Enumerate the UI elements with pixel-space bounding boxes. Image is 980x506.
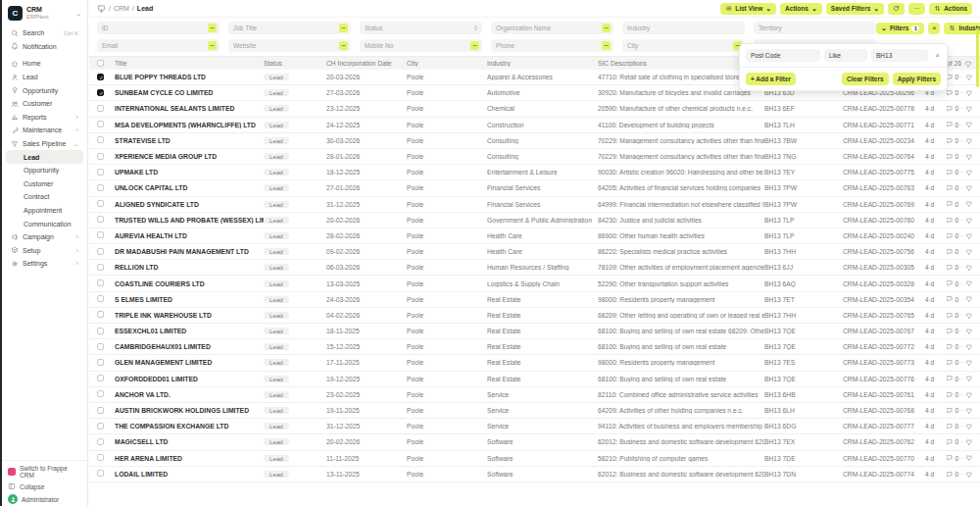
- row-checkbox[interactable]: [97, 200, 104, 207]
- heart-icon[interactable]: [965, 343, 973, 351]
- heart-icon[interactable]: [965, 312, 973, 320]
- row-checkbox[interactable]: [97, 231, 104, 238]
- lead-title[interactable]: THE COMPASSION EXCHANGE LTD: [115, 423, 264, 430]
- heart-icon[interactable]: [965, 200, 973, 208]
- sidebar-notification[interactable]: Notification: [6, 40, 83, 54]
- column-city[interactable]: City: [407, 60, 487, 67]
- lead-title[interactable]: ESSEXCHL01 LIMITED: [115, 328, 264, 334]
- filter-operator-select[interactable]: Like: [824, 49, 867, 62]
- table-row[interactable]: UNLOCK CAPITAL LTD Lead 27-01-2026 Poole…: [89, 180, 980, 196]
- table-row[interactable]: ESSEXCHL01 LIMITED Lead 18-11-2025 Poole…: [89, 324, 980, 339]
- table-row[interactable]: MAGICSELL LTD Lead 20-02-2026 Poole Soft…: [89, 434, 980, 450]
- sidebar-item-maintenance[interactable]: Maintenance›: [6, 124, 83, 137]
- remove-filter-icon[interactable]: ×: [934, 51, 941, 60]
- heart-icon[interactable]: [965, 184, 973, 192]
- like-operator-icon[interactable]: ~: [602, 24, 611, 32]
- apply-filters-button[interactable]: Apply Filters: [893, 73, 941, 85]
- table-row[interactable]: INTERNATIONAL SEALANTS LIMITED Lead 23-1…: [89, 101, 980, 117]
- table-row[interactable]: ALIGNED SYNDICATE LTD Lead 31-12-2025 Po…: [89, 197, 980, 213]
- row-checkbox[interactable]: [97, 438, 104, 445]
- row-checkbox[interactable]: [97, 390, 104, 397]
- lead-title[interactable]: UNLOCK CAPITAL LTD: [115, 184, 264, 191]
- heart-icon[interactable]: [965, 217, 973, 225]
- row-checkbox[interactable]: [97, 184, 104, 191]
- column-status[interactable]: Status: [264, 60, 326, 67]
- scrollbar-thumb[interactable]: [976, 28, 979, 87]
- sidebar-item-communication[interactable]: Communication: [6, 217, 83, 230]
- row-checkbox[interactable]: [97, 311, 104, 318]
- table-row[interactable]: DR MADABUSHI PAIN MANAGEMENT LTD Lead 09…: [89, 244, 980, 260]
- heart-icon[interactable]: [965, 89, 973, 97]
- breadcrumb-crm[interactable]: CRM: [114, 5, 129, 12]
- filter-input-city[interactable]: City~: [622, 39, 745, 52]
- table-row[interactable]: OXFORDDEDD01 LIMITED Lead 19-12-2025 Poo…: [89, 372, 980, 387]
- row-checkbox[interactable]: [97, 375, 104, 381]
- lead-title[interactable]: CAMBRIDGEHAUX01 LIMITED: [115, 343, 264, 350]
- breadcrumb-lead[interactable]: Lead: [137, 5, 153, 12]
- column-ch-incorporation-date[interactable]: CH Incorporation Date: [326, 60, 407, 67]
- filter-input-status[interactable]: Status: [360, 22, 482, 34]
- filter-input-mobile-no[interactable]: Mobile No~: [360, 39, 482, 52]
- row-checkbox[interactable]: [97, 328, 104, 334]
- lead-title[interactable]: ANCHOR VA LTD.: [115, 391, 264, 398]
- sidebar-item-reports[interactable]: Reports›: [6, 111, 83, 125]
- filter-input-email[interactable]: Email~: [97, 39, 220, 52]
- like-operator-icon[interactable]: ~: [470, 41, 479, 50]
- table-row[interactable]: UPMAKE LTD Lead 18-12-2025 Poole Enterta…: [89, 165, 980, 180]
- heart-icon[interactable]: [965, 279, 973, 287]
- heart-icon[interactable]: [965, 391, 973, 399]
- column-title[interactable]: Title: [115, 60, 264, 67]
- heart-icon[interactable]: [965, 74, 973, 81]
- table-row[interactable]: ANCHOR VA LTD. Lead 23-02-2025 Poole Ser…: [89, 387, 980, 403]
- row-checkbox[interactable]: [97, 169, 104, 176]
- row-checkbox[interactable]: [97, 264, 104, 271]
- row-checkbox[interactable]: [97, 423, 104, 430]
- column-industry[interactable]: Industry: [487, 60, 598, 67]
- heart-icon[interactable]: [965, 105, 973, 113]
- filter-input-id[interactable]: ID~: [97, 22, 220, 34]
- row-checkbox[interactable]: [97, 105, 104, 112]
- clear-filters-button[interactable]: Clear Filters: [842, 73, 889, 85]
- heart-icon[interactable]: [965, 232, 973, 240]
- row-checkbox[interactable]: [97, 359, 104, 366]
- table-row[interactable]: TRIPLE INK WAREHOUSE LTD Lead 04-02-2026…: [89, 308, 980, 324]
- sidebar-item-lead[interactable]: Lead: [6, 71, 83, 84]
- filter-value-input[interactable]: BH13: [871, 49, 928, 62]
- sidebar-item-opportunity[interactable]: Opportunity: [6, 164, 83, 177]
- lead-title[interactable]: S ELMES LIMITED: [115, 296, 264, 303]
- row-checkbox[interactable]: [97, 279, 104, 286]
- lead-title[interactable]: XPERIENCE MEDIA GROUP LTD: [115, 153, 264, 160]
- like-operator-icon[interactable]: ~: [602, 41, 611, 50]
- sidebar-item-settings[interactable]: Settings›: [6, 257, 83, 271]
- heart-icon[interactable]: [965, 153, 973, 161]
- lead-title[interactable]: BLUE POPPY THREADS LTD: [115, 74, 264, 80]
- table-row[interactable]: LÓDÁIL LIMITED Lead 13-11-2025 Poole Sof…: [89, 467, 980, 482]
- row-checkbox[interactable]: [97, 89, 104, 96]
- lead-title[interactable]: GLEN MANAGEMENT LIMITED: [115, 359, 264, 366]
- lead-title[interactable]: TRUSTED WILLS AND PROBATE (WESSEX) LIMIT…: [115, 217, 264, 224]
- heart-icon[interactable]: [965, 264, 973, 272]
- clear-filter-x-button[interactable]: ×: [928, 23, 940, 34]
- table-row[interactable]: AUREVIA HEALTH LTD Lead 28-02-2026 Poole…: [89, 228, 980, 244]
- heart-icon[interactable]: [965, 295, 973, 303]
- sidebar-item-opportunity[interactable]: Opportunity: [6, 83, 83, 97]
- sidebar-item-setup[interactable]: Setup›: [6, 244, 83, 258]
- lead-title[interactable]: MAGICSELL LTD: [115, 438, 264, 445]
- row-checkbox[interactable]: [97, 470, 104, 477]
- row-checkbox[interactable]: [97, 343, 104, 350]
- table-row[interactable]: XPERIENCE MEDIA GROUP LTD Lead 28-01-202…: [89, 149, 980, 165]
- sort-button[interactable]: Industry ⌄: [944, 23, 980, 34]
- table-row[interactable]: CAMBRIDGEHAUX01 LIMITED Lead 15-12-2025 …: [89, 339, 980, 355]
- table-row[interactable]: STRATEVISE LTD Lead 30-03-2026 Poole Con…: [89, 133, 980, 149]
- row-checkbox[interactable]: [97, 295, 104, 302]
- sidebar-item-home[interactable]: Home: [6, 57, 83, 71]
- like-operator-icon[interactable]: ~: [339, 24, 348, 32]
- sidebar-item-customer[interactable]: Customer: [6, 177, 83, 191]
- sidebar-item-customer[interactable]: Customer: [6, 97, 83, 111]
- saved-filters-button[interactable]: Saved Filters⌄: [826, 3, 884, 15]
- like-operator-icon[interactable]: ~: [339, 41, 348, 50]
- heart-icon[interactable]: [965, 438, 973, 446]
- filter-input-organization-name[interactable]: Organization Name~: [491, 22, 613, 34]
- heart-icon[interactable]: [965, 375, 973, 382]
- filter-input-website[interactable]: Website~: [228, 39, 351, 52]
